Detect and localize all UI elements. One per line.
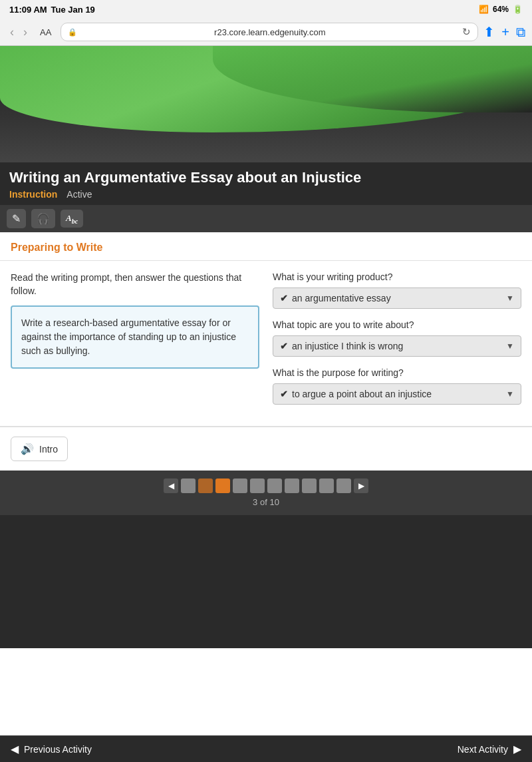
check-icon-1: ✔ bbox=[280, 293, 288, 303]
dark-bottom-section bbox=[0, 515, 532, 648]
tabs-button[interactable]: ⧉ bbox=[516, 25, 525, 40]
prev-activity-label: Previous Activity bbox=[24, 744, 92, 755]
page-dot-10[interactable] bbox=[336, 478, 351, 493]
prompt-box: Write a research-based argumentative ess… bbox=[11, 305, 259, 369]
course-meta: Instruction Active bbox=[9, 189, 523, 205]
dropdown-arrow-1: ▼ bbox=[506, 293, 514, 303]
lock-icon: 🔒 bbox=[68, 28, 77, 37]
page-dot-2[interactable] bbox=[198, 478, 213, 493]
hero-area bbox=[0, 46, 532, 162]
browser-toolbar: ‹ › AA 🔒 r23.core.learn.edgenuity.com ↻ … bbox=[0, 19, 532, 46]
status-day: Tue Jan 19 bbox=[51, 5, 95, 15]
battery-icon: 🔋 bbox=[513, 5, 523, 14]
question-3-label: What is the purpose for writing? bbox=[273, 367, 521, 378]
status-time: 11:09 AM bbox=[9, 5, 47, 15]
reload-button[interactable]: ↻ bbox=[462, 26, 471, 38]
back-button[interactable]: ‹ bbox=[7, 24, 17, 41]
dropdown-arrow-3: ▼ bbox=[506, 389, 514, 399]
section-title: Preparing to Write bbox=[11, 242, 102, 253]
writing-product-value: an argumentative essay bbox=[292, 293, 502, 303]
page-dot-8[interactable] bbox=[302, 478, 317, 493]
url-text: r23.core.learn.edgenuity.com bbox=[80, 27, 459, 37]
page-dot-3[interactable] bbox=[215, 478, 230, 493]
url-bar: 🔒 r23.core.learn.edgenuity.com ↻ bbox=[61, 23, 478, 41]
prompt-text: Write a research-based argumentative ess… bbox=[21, 317, 236, 356]
writing-purpose-value: to argue a point about an injustice bbox=[292, 389, 502, 399]
footer: ◀ Previous Activity Next Activity ▶ bbox=[0, 735, 532, 762]
prev-arrow-icon: ◀ bbox=[11, 743, 19, 755]
intro-label: Intro bbox=[39, 444, 58, 455]
left-column: Read the writing prompt, then answer the… bbox=[11, 272, 259, 415]
page-dot-4[interactable] bbox=[233, 478, 247, 493]
status-left: 11:09 AM Tue Jan 19 bbox=[9, 5, 95, 15]
prev-page-button[interactable]: ◀ bbox=[164, 478, 178, 493]
next-page-button[interactable]: ▶ bbox=[354, 478, 368, 493]
status-right: 📶 64% 🔋 bbox=[479, 5, 523, 14]
new-tab-button[interactable]: + bbox=[501, 25, 509, 40]
bottom-bar: 🔊 Intro bbox=[0, 427, 532, 471]
prompt-instruction: Read the writing prompt, then answer the… bbox=[11, 272, 259, 297]
audio-tool-button[interactable]: 🎧 bbox=[31, 209, 55, 228]
question-2-label: What topic are you to write about? bbox=[273, 319, 521, 330]
active-status: Active bbox=[66, 189, 92, 200]
page-dot-9[interactable] bbox=[319, 478, 334, 493]
share-button[interactable]: ⬆ bbox=[483, 24, 495, 40]
page-dot-6[interactable] bbox=[267, 478, 282, 493]
pencil-icon: ✎ bbox=[12, 212, 21, 225]
text-icon: Abc bbox=[66, 213, 78, 225]
section-header: Preparing to Write bbox=[0, 232, 532, 261]
writing-topic-select[interactable]: ✔ an injustice I think is wrong ▼ bbox=[273, 335, 521, 357]
main-content: Read the writing prompt, then answer the… bbox=[0, 261, 532, 427]
pencil-tool-button[interactable]: ✎ bbox=[7, 209, 26, 228]
check-icon-3: ✔ bbox=[280, 389, 288, 399]
page-dot-1[interactable] bbox=[181, 478, 196, 493]
wifi-icon: 📶 bbox=[479, 5, 489, 14]
page-counter: 3 of 10 bbox=[253, 497, 279, 507]
select-wrapper-1: ✔ an argumentative essay ▼ bbox=[273, 287, 521, 309]
question-1-label: What is your writing product? bbox=[273, 272, 521, 282]
pagination-area: ◀ ▶ 3 of 10 bbox=[0, 471, 532, 515]
status-bar: 11:09 AM Tue Jan 19 📶 64% 🔋 bbox=[0, 0, 532, 19]
page-dot-7[interactable] bbox=[285, 478, 299, 493]
check-icon-2: ✔ bbox=[280, 341, 288, 351]
speaker-icon: 🔊 bbox=[21, 443, 34, 455]
next-arrow-icon: ▶ bbox=[513, 743, 521, 755]
right-column: What is your writing product? ✔ an argum… bbox=[273, 272, 521, 415]
writing-product-select[interactable]: ✔ an argumentative essay ▼ bbox=[273, 287, 521, 309]
content-area: Preparing to Write Read the writing prom… bbox=[0, 232, 532, 471]
select-wrapper-3: ✔ to argue a point about an injustice ▼ bbox=[273, 383, 521, 405]
reader-mode-button[interactable]: AA bbox=[36, 26, 55, 39]
page-dots: ◀ ▶ bbox=[164, 478, 368, 493]
battery-text: 64% bbox=[493, 5, 509, 14]
previous-activity-button[interactable]: ◀ Previous Activity bbox=[11, 743, 92, 755]
toolbar-actions: ⬆ + ⧉ bbox=[483, 24, 525, 40]
dropdown-arrow-2: ▼ bbox=[506, 341, 514, 351]
course-header: Writing an Argumentative Essay about an … bbox=[0, 162, 532, 205]
writing-topic-value: an injustice I think is wrong bbox=[292, 341, 502, 351]
tools-bar: ✎ 🎧 Abc bbox=[0, 205, 532, 232]
browser-nav: ‹ › bbox=[7, 24, 31, 41]
writing-purpose-select[interactable]: ✔ to argue a point about an injustice ▼ bbox=[273, 383, 521, 405]
next-activity-button[interactable]: Next Activity ▶ bbox=[458, 743, 521, 755]
page-dot-5[interactable] bbox=[250, 478, 265, 493]
course-title: Writing an Argumentative Essay about an … bbox=[9, 169, 523, 186]
instruction-label: Instruction bbox=[9, 189, 57, 200]
headphones-icon: 🎧 bbox=[37, 212, 50, 225]
next-activity-label: Next Activity bbox=[458, 744, 508, 755]
text-tool-button[interactable]: Abc bbox=[61, 210, 83, 228]
select-wrapper-2: ✔ an injustice I think is wrong ▼ bbox=[273, 335, 521, 357]
forward-button[interactable]: › bbox=[20, 24, 31, 41]
intro-button[interactable]: 🔊 Intro bbox=[11, 437, 68, 461]
